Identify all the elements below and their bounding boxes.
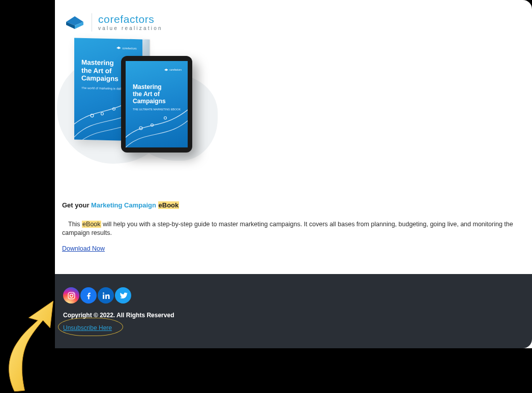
annotation-arrow-icon [2,290,61,391]
svg-rect-16 [103,294,104,299]
brand-name: corefactors [98,14,163,24]
cta-body-pre: This [68,221,82,228]
screen-illustration-icon [126,61,188,147]
cta-body-post: will help you with a step-by-step guide … [62,221,513,236]
footer: Copyright © 2022. All Rights Reserved Un… [55,274,532,348]
svg-rect-13 [68,292,75,299]
brand-text: corefactors value realization [98,14,163,31]
brand-tagline: value realization [98,25,163,31]
instagram-icon[interactable] [63,287,79,304]
twitter-icon[interactable] [115,287,131,304]
download-link[interactable]: Download Now [62,245,105,252]
hero-graphic: corefactors Mastering the Art of Campaig… [60,37,223,184]
brand-logo: corefactors value realization [64,13,525,32]
corefactors-mark-icon [64,13,85,32]
unsubscribe-link[interactable]: Unsubscribe Here [63,324,112,331]
svg-point-17 [103,292,104,294]
cta-headline-highlight: eBook [158,201,180,209]
cta-headline-mc: Marketing Campaign [91,201,158,209]
svg-point-15 [73,293,74,294]
facebook-icon[interactable] [80,287,97,304]
svg-point-6 [101,112,104,115]
ebook-tablet-mockup: corefactors Mastering the Art of Campaig… [121,56,192,153]
svg-point-14 [70,294,73,297]
cta-headline-pre: Get your [62,201,91,209]
social-links [63,287,524,304]
cta-block: Get your Marketing Campaign eBook This e… [62,201,525,252]
cta-body: This eBook will help you with a step-by-… [62,220,525,237]
linkedin-icon[interactable] [98,287,114,304]
email-card: corefactors value realization corefactor… [55,0,532,348]
copyright-text: Copyright © 2022. All Rights Reserved [63,312,524,319]
cta-body-highlight: eBook [82,221,101,228]
logo-divider [92,13,92,32]
cta-headline: Get your Marketing Campaign eBook [62,201,525,209]
svg-point-12 [164,117,167,119]
